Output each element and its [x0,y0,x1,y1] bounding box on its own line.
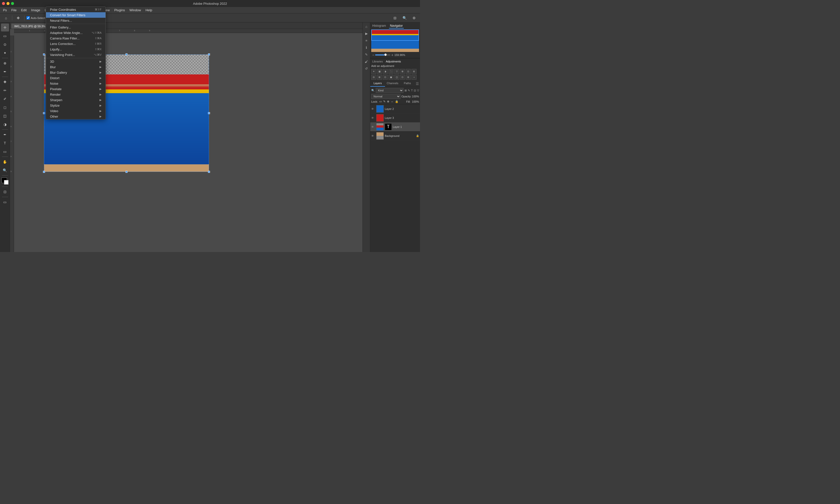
filter-lens[interactable]: Lens Correction... ⇧⌘R [46,41,105,47]
filter-icon-5[interactable]: ▽ [417,89,419,92]
filter-blur-gallery[interactable]: Blur Gallery ▶ [46,70,105,75]
lock-icon-3[interactable]: ⊕ [387,100,389,103]
adj-channel-mixer[interactable]: ⊠ [377,75,382,80]
blend-mode-select[interactable]: Normal [371,94,400,99]
move-tool-left[interactable]: ✛ [1,23,9,32]
autoselect-checkbox[interactable] [27,16,30,19]
fill-value[interactable]: 100% [412,100,419,103]
layer-1-visibility[interactable]: 👁 [371,125,375,128]
filter-dropdown-menu[interactable]: Polar Coordinates ⌘⇧F Convert for Smart … [46,22,106,120]
handle-bot-left[interactable] [43,171,45,173]
handle-top-right[interactable] [208,53,210,55]
filter-icon-3[interactable]: T [411,89,413,92]
panel-icon-history[interactable]: ↺ [363,66,370,71]
lasso-tool[interactable]: ⊙ [1,40,9,49]
lock-icon-4[interactable]: ↔ [391,100,394,103]
handle-bot-center[interactable] [125,171,127,173]
zoom-slider[interactable] [375,54,390,55]
brush-tool[interactable]: ✏ [1,86,9,94]
maximize-button[interactable] [11,2,14,5]
selection-tool[interactable]: ▭ [1,32,9,40]
lock-icon-5[interactable]: 🔒 [395,100,398,103]
background-color[interactable] [4,180,8,184]
arrange-button[interactable]: ⊟ [391,14,399,22]
menu-image[interactable]: Image [29,8,42,13]
filter-stylize[interactable]: Stylize ▶ [46,103,105,108]
filter-neural[interactable]: Neural Filters... [46,22,105,23]
adj-posterize[interactable]: ◫ [394,75,399,80]
search-button[interactable]: 🔍 [400,14,409,22]
zoom-minus-icon[interactable]: − [372,53,374,57]
home-button[interactable]: ⌂ [2,14,10,22]
eraser-tool[interactable]: ◻ [1,103,9,111]
tab-layers[interactable]: Layers [370,81,385,87]
panel-icon-edit[interactable]: ✎ [363,51,370,57]
layer-item-1[interactable]: 👁 T Layer 1 [370,122,420,131]
adj-curves[interactable]: ◑ [383,69,388,74]
settings-button[interactable]: ⚙ [410,14,418,22]
close-button[interactable] [2,2,5,5]
adj-gradient-map[interactable]: ⊞ [406,75,411,80]
filter-other[interactable]: Other ▶ [46,114,105,119]
adj-threshold[interactable]: ⊡ [400,75,405,80]
filter-distort[interactable]: Distort ▶ [46,75,105,81]
panel-icon-home[interactable]: ⌂ [363,23,370,30]
panel-icon-info[interactable]: ℹ [363,44,370,51]
menu-help[interactable]: Help [143,8,154,13]
pen-tool[interactable]: ✒ [1,131,9,139]
handle-top-center[interactable] [125,53,127,55]
filter-video[interactable]: Video ▶ [46,108,105,114]
bg-visibility[interactable]: 👁 [371,134,375,137]
quick-mask[interactable]: ⊡ [1,188,9,196]
menu-file[interactable]: File [9,8,18,13]
adj-vibrance[interactable]: ▽ [394,69,399,74]
layer-3-visibility[interactable]: 👁 [371,116,375,120]
adj-selective-color[interactable]: ▪ [411,75,416,80]
filter-render[interactable]: Render ▶ [46,92,105,97]
tab-libraries[interactable]: Libraries [371,59,384,64]
adj-exposure[interactable]: ⬛ [389,69,394,74]
filter-icon-2[interactable]: ✎ [408,89,410,92]
handle-mid-right[interactable] [208,112,210,114]
layer-item-2[interactable]: 👁 Layer 2 [370,104,420,113]
filter-blur[interactable]: Blur ▶ [46,64,105,70]
opacity-value[interactable]: 100% [412,95,419,98]
zoom-tool[interactable]: 🔍 [1,166,9,174]
adj-brightness[interactable]: ☀ [371,69,376,74]
handle-mid-left[interactable] [43,112,45,114]
filter-pixelate[interactable]: Pixelate ▶ [46,86,105,92]
zoom-slider-thumb[interactable] [384,53,387,56]
layer-item-3[interactable]: 👁 Layer 3 [370,113,420,122]
stamp-tool[interactable]: ✐ [1,95,9,103]
filter-icon-4[interactable]: ⊡ [414,89,416,92]
crop-tool[interactable]: ⊕ [1,59,9,67]
lock-icon-2[interactable]: ✎ [383,100,385,103]
filter-kind-select[interactable]: Kind [376,88,404,93]
menu-plugins[interactable]: Plugins [112,8,127,13]
type-tool[interactable]: T [1,139,9,147]
filter-3d[interactable]: 3D ▶ [46,59,105,64]
tab-histogram[interactable]: Histogram [371,23,387,29]
filter-adaptive[interactable]: Adaptive Wide Angle... ⌥⇧⌘A [46,30,105,35]
minimize-button[interactable] [6,2,10,5]
adj-photo-filter[interactable]: ⊟ [371,75,376,80]
adj-levels[interactable]: ▦ [377,69,382,74]
filter-camera-raw[interactable]: Camera Raw Filter... ⇧⌘A [46,35,105,41]
handle-bot-right[interactable] [208,171,210,173]
tab-channels[interactable]: Channels [385,81,400,87]
panel-icon-play[interactable]: ▶ [363,31,370,36]
screen-mode[interactable]: ▭ [1,198,9,206]
filter-icon-1[interactable]: ⊞ [405,89,407,92]
menu-ps[interactable]: Ps [1,8,9,13]
adj-invert[interactable]: ▣ [389,75,394,80]
panel-icon-layers[interactable]: ≡ [363,37,370,43]
adj-color-lookup[interactable]: ⊡ [383,75,388,80]
shape-tool[interactable]: ▭ [1,148,9,156]
filter-noise[interactable]: Noise ▶ [46,81,105,86]
gradient-tool[interactable]: ◫ [1,112,9,120]
tab-paths[interactable]: Paths [400,81,415,87]
handle-top-left[interactable] [43,53,45,55]
lock-icon-1[interactable]: ▭ [379,100,382,103]
filter-gallery[interactable]: Filter Gallery... [46,24,105,30]
panel-icon-paint[interactable]: 🖌 [363,58,370,65]
